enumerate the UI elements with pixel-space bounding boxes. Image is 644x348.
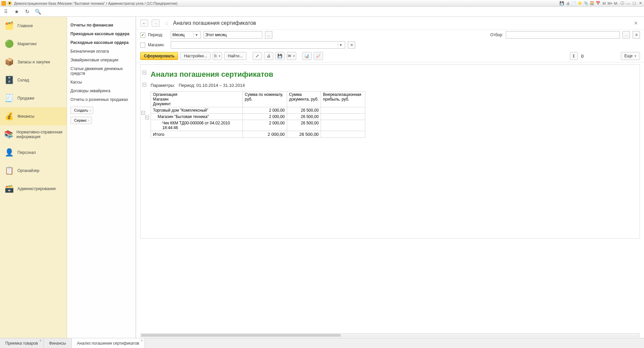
section-submenu: Отчеты по финансам Приходные кассовые ор… bbox=[67, 17, 136, 338]
tab-finance[interactable]: Финансы bbox=[44, 338, 71, 348]
close-icon[interactable]: ✕ bbox=[141, 339, 143, 342]
favorite-star-icon[interactable]: ☆ bbox=[163, 20, 170, 26]
sidebar-item-refs[interactable]: 📚Нормативно-справочная информация bbox=[0, 125, 67, 143]
tb-icon-save[interactable]: 💾 bbox=[559, 1, 564, 6]
mem-m[interactable]: M bbox=[602, 1, 606, 6]
tb-icon-clip[interactable]: 📎 bbox=[584, 1, 588, 6]
mem-mminus[interactable]: M- bbox=[614, 1, 619, 6]
store-combo[interactable]: ▾ bbox=[171, 41, 345, 49]
window-minimize-icon[interactable]: — bbox=[626, 1, 631, 6]
submenu-expense-orders[interactable]: Расходные кассовые ордера bbox=[70, 38, 132, 47]
window-close-icon[interactable]: ✕ bbox=[638, 1, 643, 6]
tab-cert-report[interactable]: Анализ погашения сертификатов✕ bbox=[72, 338, 145, 348]
period-checkbox[interactable] bbox=[140, 33, 145, 38]
apps-grid-icon[interactable]: ⠿ bbox=[3, 9, 9, 15]
sidebar-item-hr[interactable]: 👤Персонал bbox=[0, 143, 67, 162]
expand-button[interactable]: ⤢ bbox=[253, 52, 262, 60]
generate-button[interactable]: Сформировать bbox=[140, 52, 178, 60]
store-clear-button[interactable]: ✕ bbox=[348, 41, 355, 49]
table-row[interactable]: Чек ККМ ТД00-000006 от 04.02.2010 18:44:… bbox=[151, 120, 365, 131]
tb-icon-print[interactable]: 🖨 bbox=[566, 1, 570, 6]
period-value-combo[interactable]: Этот месяц bbox=[204, 31, 262, 39]
collapse-handle[interactable]: − bbox=[141, 111, 145, 115]
collapse-handle[interactable]: − bbox=[143, 71, 146, 74]
submenu-income-orders[interactable]: Приходные кассовые ордера bbox=[70, 30, 132, 38]
sidebar-label: Склад bbox=[17, 78, 29, 82]
sidebar-item-main[interactable]: 🗂️Главное bbox=[0, 17, 67, 35]
selection-more-button[interactable]: … bbox=[623, 31, 630, 39]
mem-mplus[interactable]: M+ bbox=[608, 1, 612, 6]
finance-icon: 💰 bbox=[4, 111, 14, 121]
store-label: Магазин: bbox=[148, 43, 168, 47]
variant-button[interactable]: ⎘▾ bbox=[213, 52, 222, 60]
sidebar-label: Маркетинг bbox=[17, 42, 37, 46]
close-page-icon[interactable]: ✕ bbox=[632, 20, 640, 26]
tb-icon-doc[interactable]: 📄 bbox=[572, 1, 576, 6]
sidebar-item-sales[interactable]: 🧾Продажи bbox=[0, 89, 67, 107]
chevron-down-icon: ▾ bbox=[338, 43, 343, 47]
chart-button[interactable]: 📊 bbox=[302, 52, 312, 60]
save-button[interactable]: 💾 bbox=[275, 52, 285, 60]
sidebar-item-stock[interactable]: 📦Запасы и закупки bbox=[0, 53, 67, 71]
sidebar-item-warehouse[interactable]: 🗄️Склад bbox=[0, 71, 67, 89]
store-checkbox[interactable] bbox=[140, 43, 145, 48]
main-sidebar: 🗂️Главное 🟢Маркетинг 📦Запасы и закупки 🗄… bbox=[0, 17, 67, 338]
collapse-handle[interactable]: − bbox=[145, 116, 149, 119]
sidebar-label: Финансы bbox=[17, 114, 34, 119]
sidebar-label: Запасы и закупки bbox=[17, 60, 50, 64]
period-picker-button[interactable]: … bbox=[265, 31, 272, 39]
collapse-handle[interactable]: − bbox=[143, 83, 146, 86]
sidebar-item-marketing[interactable]: 🟢Маркетинг bbox=[0, 35, 67, 53]
warehouse-icon: 🗄️ bbox=[4, 75, 14, 85]
organizer-icon: 📋 bbox=[4, 166, 14, 176]
tab-goods-receipt[interactable]: Приемка товаров✕ bbox=[0, 338, 44, 348]
nav-back-button[interactable]: ← bbox=[140, 19, 148, 27]
window-maximize-icon[interactable]: ▢ bbox=[632, 1, 637, 6]
submenu-noncash[interactable]: Безналичная оплата bbox=[70, 47, 132, 56]
sum-button[interactable]: Σ bbox=[570, 52, 578, 60]
submenu-acquiring-contracts[interactable]: Договоры эквайринга bbox=[70, 86, 132, 95]
selection-clear-button[interactable]: ✕ bbox=[633, 31, 640, 39]
submenu-create-button[interactable]: Создать bbox=[70, 107, 93, 114]
tb-icon-cal[interactable]: 📅 bbox=[596, 1, 600, 6]
search-icon[interactable]: 🔍 bbox=[35, 9, 41, 15]
mail-button[interactable]: ✉▾ bbox=[287, 52, 296, 60]
submenu-cashdesks[interactable]: Кассы bbox=[70, 78, 132, 86]
selection-combo[interactable] bbox=[506, 31, 620, 39]
settings-button[interactable]: Настройки... bbox=[180, 52, 211, 60]
submenu-retail-reports[interactable]: Отчеты о розничных продажах bbox=[70, 95, 132, 104]
tb-icon-fav[interactable]: ⭐ bbox=[578, 1, 582, 6]
period-type-combo[interactable]: Месяц▾ bbox=[171, 31, 201, 39]
close-icon[interactable]: ✕ bbox=[39, 339, 42, 342]
sidebar-item-admin[interactable]: 🗃️Администрирование bbox=[0, 180, 67, 198]
sidebar-item-finance[interactable]: 💰Финансы bbox=[0, 107, 67, 125]
find-button[interactable]: Найти... bbox=[224, 52, 246, 60]
nav-forward-button[interactable]: → bbox=[152, 19, 160, 27]
main-icon: 🗂️ bbox=[4, 21, 14, 31]
content-header: ← → ☆ Анализ погашения сертификатов ✕ bbox=[136, 17, 644, 30]
sidebar-label: Персонал bbox=[17, 150, 36, 155]
filter-row-period: Период: Месяц▾ Этот месяц … Отбор: … ✕ bbox=[136, 30, 644, 40]
table-row[interactable]: Торговый дом "Комплексный" 2 000,00 26 5… bbox=[151, 107, 365, 114]
sidebar-item-organizer[interactable]: 📋Органайзер bbox=[0, 162, 67, 180]
sidebar-label: Нормативно-справочная информация bbox=[16, 130, 63, 139]
app-menu-icon[interactable]: ▾ bbox=[7, 1, 12, 6]
period-label: Период: bbox=[148, 33, 168, 37]
horizontal-scrollbar[interactable] bbox=[140, 333, 640, 337]
submenu-reports[interactable]: Отчеты по финансам bbox=[70, 21, 132, 30]
submenu-cashflow-items[interactable]: Статьи движения денежных средств bbox=[70, 64, 132, 78]
favorites-icon[interactable]: ★ bbox=[13, 9, 19, 15]
report-viewport[interactable]: − Анализ погашения сертификатов − Параме… bbox=[136, 62, 644, 338]
print-button[interactable]: 🖨 bbox=[264, 52, 273, 60]
chart2-button[interactable]: 📈 bbox=[314, 52, 323, 60]
filter-row-store: Магазин: ▾ ✕ bbox=[136, 40, 644, 50]
tb-icon-info[interactable]: ⓘ bbox=[620, 1, 625, 6]
table-total-row: Итого 2 000,00 26 500,00 bbox=[151, 131, 365, 138]
history-icon[interactable]: ↻ bbox=[24, 9, 30, 15]
table-row[interactable]: Магазин "Бытовая техника" 2 000,00 26 50… bbox=[151, 114, 365, 120]
sidebar-label: Администрирование bbox=[17, 186, 56, 191]
submenu-acquiring-ops[interactable]: Эквайринговые операции bbox=[70, 56, 132, 64]
submenu-service-button[interactable]: Сервис bbox=[70, 117, 92, 124]
more-button[interactable]: Еще▾ bbox=[621, 52, 640, 60]
tb-icon-calc[interactable]: 🧮 bbox=[590, 1, 594, 6]
